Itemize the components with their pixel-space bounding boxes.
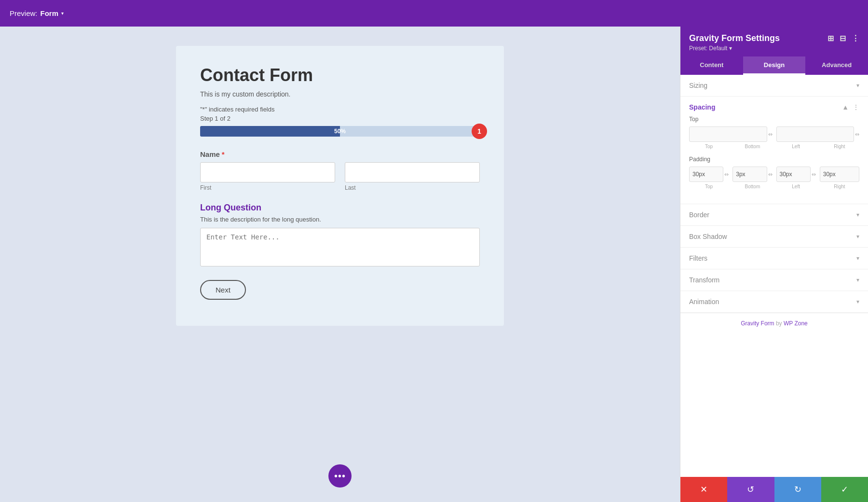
panel-title-text: Gravity Form Settings bbox=[689, 33, 780, 43]
top-bar: Preview: Form ▾ bbox=[0, 0, 868, 27]
tab-advanced[interactable]: Advanced bbox=[805, 56, 868, 75]
cancel-button[interactable]: ✕ bbox=[680, 477, 727, 502]
form-title: Contact Form bbox=[200, 65, 480, 85]
padding-label: Padding bbox=[689, 156, 859, 163]
last-name-label: Last bbox=[345, 184, 480, 191]
gravity-form-link[interactable]: Gravity Form bbox=[741, 320, 774, 327]
redo-icon: ↻ bbox=[794, 484, 801, 495]
sizing-section-header[interactable]: Sizing ▾ bbox=[680, 75, 868, 97]
sizing-chevron: ▾ bbox=[856, 82, 859, 89]
spacing-chevron-up[interactable]: ▲ bbox=[842, 103, 849, 111]
margin-top-group: ⇔ bbox=[689, 126, 773, 142]
panel-title: Gravity Form Settings ⊞ ⊟ ⋮ bbox=[689, 33, 859, 43]
undo-button[interactable]: ↺ bbox=[727, 477, 774, 502]
margin-bottom-link-icon[interactable]: ⇔ bbox=[855, 131, 859, 138]
step-label: Step 1 of 2 bbox=[200, 115, 480, 122]
spacing-header-icons: ▲ ⋮ bbox=[842, 103, 859, 111]
transform-chevron: ▾ bbox=[856, 277, 859, 283]
canvas-area: Contact Form This is my custom descripti… bbox=[0, 27, 680, 502]
spacing-section: Spacing ▲ ⋮ Top ⇔ bbox=[680, 97, 868, 204]
progress-bar-fill bbox=[200, 126, 340, 137]
form-container: Contact Form This is my custom descripti… bbox=[176, 46, 504, 326]
preview-text: Preview: bbox=[10, 9, 38, 17]
margin-right-sublabel: Right bbox=[820, 144, 859, 149]
margin-top-input[interactable] bbox=[689, 126, 767, 142]
tab-content[interactable]: Content bbox=[680, 56, 743, 75]
filters-section-title: Filters bbox=[689, 254, 707, 262]
box-shadow-section-title: Box Shadow bbox=[689, 233, 727, 240]
animation-chevron: ▾ bbox=[856, 298, 859, 305]
undo-icon: ↺ bbox=[747, 484, 754, 495]
first-name-label: First bbox=[200, 184, 335, 191]
panel-header: Gravity Form Settings ⊞ ⊟ ⋮ Preset: Defa… bbox=[680, 27, 868, 56]
border-section-header[interactable]: Border ▾ bbox=[680, 204, 868, 226]
padding-top-link-icon[interactable]: ⇔ bbox=[724, 171, 729, 178]
spacing-more-icon[interactable]: ⋮ bbox=[853, 103, 859, 111]
padding-bottom-input[interactable] bbox=[732, 167, 767, 182]
filters-chevron: ▾ bbox=[856, 255, 859, 262]
filters-section-header[interactable]: Filters ▾ bbox=[680, 248, 868, 269]
padding-bottom-sublabel: Bottom bbox=[732, 184, 772, 189]
padding-inputs: ⇔ ⇔ ⇔ bbox=[689, 167, 859, 182]
border-section-title: Border bbox=[689, 211, 709, 219]
last-name-group: Last bbox=[345, 162, 480, 191]
spacing-title: Spacing bbox=[689, 103, 715, 111]
padding-sub-labels: Top Bottom Left Right bbox=[689, 184, 859, 189]
main-layout: Contact Form This is my custom descripti… bbox=[0, 27, 868, 502]
cancel-icon: ✕ bbox=[700, 484, 707, 495]
margin-top-sublabel: Top bbox=[689, 144, 729, 149]
margin-sub-labels: Top Bottom Left Right bbox=[689, 144, 859, 149]
panel-footer: Gravity Form by WP Zone bbox=[680, 313, 868, 334]
padding-bottom-link-icon[interactable]: ⇔ bbox=[768, 171, 773, 178]
long-question-desc: This is the description for the long que… bbox=[200, 216, 480, 223]
fab-button[interactable]: ••• bbox=[328, 464, 352, 488]
margin-left-sublabel: Left bbox=[776, 144, 816, 149]
padding-right-input[interactable] bbox=[820, 167, 859, 182]
padding-top-group: ⇔ bbox=[689, 167, 729, 182]
save-icon: ✓ bbox=[841, 484, 848, 495]
padding-top-input[interactable] bbox=[689, 167, 723, 182]
next-button[interactable]: Next bbox=[200, 280, 246, 300]
progress-bar-wrapper: 50% 1 bbox=[200, 126, 480, 137]
margin-bottom-group: ⇔ bbox=[776, 126, 860, 142]
margin-bottom-input[interactable] bbox=[776, 126, 854, 142]
panel-icon-columns[interactable]: ⊟ bbox=[840, 34, 846, 43]
form-description: This is my custom description. bbox=[200, 90, 480, 98]
margin-top-link-icon[interactable]: ⇔ bbox=[768, 131, 773, 138]
spacing-header: Spacing ▲ ⋮ bbox=[680, 97, 868, 116]
last-name-input[interactable] bbox=[345, 162, 480, 182]
animation-section-header[interactable]: Animation ▾ bbox=[680, 291, 868, 313]
required-note: "*" indicates required fields bbox=[200, 106, 480, 113]
first-name-group: First bbox=[200, 162, 335, 191]
transform-section-header[interactable]: Transform ▾ bbox=[680, 269, 868, 291]
panel-icon-target[interactable]: ⊞ bbox=[827, 34, 834, 43]
sizing-section-title: Sizing bbox=[689, 82, 707, 89]
box-shadow-section-header[interactable]: Box Shadow ▾ bbox=[680, 226, 868, 248]
spacing-content: Top ⇔ ⇔ Top Bottom Le bbox=[680, 116, 868, 204]
long-question-title: Long Question bbox=[200, 203, 480, 213]
wp-zone-link[interactable]: WP Zone bbox=[784, 320, 808, 327]
panel-icon-more[interactable]: ⋮ bbox=[852, 34, 859, 43]
progress-badge: 1 bbox=[472, 124, 487, 139]
padding-right-sublabel: Right bbox=[820, 184, 859, 189]
padding-left-link-icon[interactable]: ⇔ bbox=[812, 171, 816, 178]
margin-inputs: ⇔ ⇔ bbox=[689, 126, 859, 142]
name-required-star: * bbox=[222, 150, 225, 158]
name-fields: First Last bbox=[200, 162, 480, 191]
redo-button[interactable]: ↻ bbox=[774, 477, 821, 502]
form-dropdown-chevron[interactable]: ▾ bbox=[61, 11, 64, 16]
first-name-input[interactable] bbox=[200, 162, 335, 182]
long-question-textarea[interactable] bbox=[200, 228, 480, 266]
border-chevron: ▾ bbox=[856, 211, 859, 218]
box-shadow-chevron: ▾ bbox=[856, 233, 859, 240]
form-label[interactable]: Form bbox=[41, 9, 59, 17]
panel-content: Sizing ▾ Spacing ▲ ⋮ Top bbox=[680, 75, 868, 477]
tab-design[interactable]: Design bbox=[743, 56, 806, 75]
animation-section-title: Animation bbox=[689, 298, 719, 306]
by-text: by bbox=[776, 320, 784, 327]
padding-left-input[interactable] bbox=[776, 167, 811, 182]
save-button[interactable]: ✓ bbox=[821, 477, 868, 502]
progress-label: 50% bbox=[334, 128, 346, 135]
padding-left-sublabel: Left bbox=[776, 184, 816, 189]
panel-preset[interactable]: Preset: Default ▾ bbox=[689, 45, 859, 52]
